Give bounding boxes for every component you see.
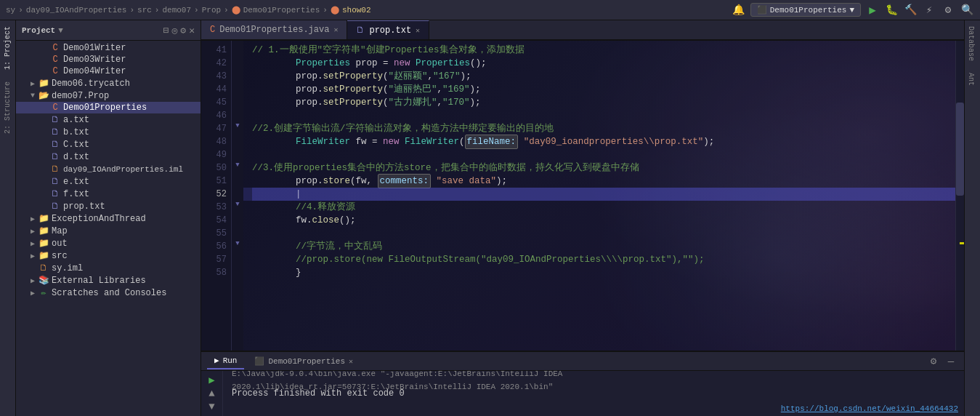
- file-icon: 🗋: [49, 201, 61, 212]
- list-item[interactable]: ▶ 📚 External Libraries: [16, 274, 201, 287]
- search-icon[interactable]: 🔍: [960, 3, 974, 17]
- list-item[interactable]: ▶ ✏ Scratches and Consoles: [16, 287, 201, 299]
- breadcrumb: sy › day09_IOAndProperties › src › demo0…: [6, 5, 371, 15]
- list-item[interactable]: 🗋 b.txt: [16, 126, 201, 138]
- sidebar-item-structure[interactable]: 2: Structure: [1, 76, 14, 140]
- editor-scrollbar[interactable]: [955, 41, 964, 351]
- right-panels: Database Ant: [964, 20, 980, 416]
- list-item[interactable]: 🗋 prop.txt: [16, 200, 201, 212]
- file-icon: 🗋: [49, 127, 61, 137]
- list-item[interactable]: ▶ 📁 ExceptionAndThread: [16, 212, 201, 225]
- run-config-dropdown-icon: ▼: [849, 6, 854, 15]
- code-line-50: //3.使用properties集合中的方法store，把集合中的临时数据，持久…: [252, 161, 955, 175]
- gutter-mark: [232, 250, 243, 263]
- list-item[interactable]: C Demo03Writer: [16, 54, 201, 65]
- scratches-label: Scratches and Consoles: [52, 288, 166, 298]
- code-line-47: //2.创建字节输出流/字符输出流对象，构造方法中绑定要输出的目的地: [252, 122, 955, 135]
- tab-demo01-label: Demo01Properties.java: [219, 25, 329, 35]
- list-item[interactable]: ▶ 📁 src: [16, 249, 201, 262]
- list-item[interactable]: C Demo01Writer: [16, 42, 201, 54]
- ant-panel-tab[interactable]: Ant: [965, 67, 980, 92]
- editor-area: C Demo01Properties.java ✕ 🗋 prop.txt ✕ 4…: [201, 20, 964, 351]
- scroll-up-button[interactable]: ▲: [205, 388, 219, 399]
- scratch-icon: ✏: [38, 287, 49, 298]
- code-line-58: }: [252, 266, 955, 279]
- console-result-text: Process finished with exit code 0: [232, 387, 405, 400]
- tab-demo01[interactable]: C Demo01Properties.java ✕: [201, 20, 347, 39]
- folder-icon: 📁: [38, 238, 49, 249]
- tab-prop-close[interactable]: ✕: [416, 26, 420, 35]
- list-item[interactable]: C Demo01Properties: [16, 102, 201, 113]
- list-item[interactable]: 🗋 day09_IOAndProperties.iml: [16, 163, 201, 175]
- code-line-48: FileWriter fw = new FileWriter ( fileNam…: [252, 135, 955, 148]
- left-vtabs: 1: Project 2: Structure: [0, 20, 16, 416]
- file-icon: 🗋: [49, 114, 61, 125]
- build-button[interactable]: 🔨: [903, 3, 918, 17]
- run-button[interactable]: ▶: [865, 3, 880, 17]
- blog-link[interactable]: https://blog.csdn.net/weixin_44664432: [781, 404, 958, 413]
- code-line-56: //字节流，中文乱码: [252, 240, 955, 253]
- tab-prop[interactable]: 🗋 prop.txt ✕: [347, 20, 429, 39]
- run-tab[interactable]: ▶ Run: [207, 353, 244, 369]
- database-panel-tab[interactable]: Database: [965, 20, 980, 67]
- code-line-45: prop. setProperty ( "古力娜扎" , "170" );: [252, 96, 955, 109]
- locate-file-button[interactable]: ◎: [172, 25, 178, 36]
- scroll-thumb: [956, 103, 964, 196]
- code-line-51: prop. store (fw, comments: "save data" )…: [252, 175, 955, 188]
- cog-icon: ▼: [58, 26, 63, 35]
- sidebar-item-project[interactable]: 1: Project: [1, 20, 14, 76]
- code-line-46: [252, 109, 955, 122]
- list-item[interactable]: 🗋 C.txt: [16, 138, 201, 151]
- fold-marker[interactable]: ▼: [232, 119, 243, 132]
- file-icon: 🗋: [38, 263, 49, 273]
- list-item[interactable]: 🗋 e.txt: [16, 175, 201, 188]
- list-item[interactable]: ▶ 📁 Map: [16, 225, 201, 237]
- fold-marker[interactable]: ▼: [232, 159, 243, 172]
- gutter-mark: [232, 172, 243, 185]
- run-tab-label: Run: [223, 356, 238, 365]
- bottom-panel: ▶ Run ⬛ Demo01Properties ✕ ⚙ — ▶ ▲ ▼ ■: [201, 351, 964, 416]
- tab-demo01-close[interactable]: ✕: [333, 25, 338, 34]
- fold-marker[interactable]: ▼: [232, 198, 243, 211]
- settings-bottom-icon[interactable]: ⚙: [926, 354, 941, 369]
- list-item[interactable]: 🗋 sy.iml: [16, 262, 201, 274]
- gutter-mark: [232, 132, 243, 145]
- run-config-label: Demo01Properties: [770, 6, 847, 15]
- scroll-down-button[interactable]: ▼: [205, 401, 219, 412]
- gutter-mark: [232, 41, 243, 54]
- project-tree: C Demo01Writer C Demo03Writer C Demo04Wr…: [16, 41, 201, 416]
- folder-open-icon: 📂: [38, 90, 49, 101]
- fold-marker[interactable]: ▼: [232, 237, 243, 250]
- scroll-marker: [960, 242, 964, 244]
- collapse-all-button[interactable]: ⊟: [163, 25, 169, 36]
- gutter-mark: [232, 93, 243, 106]
- list-item[interactable]: ▼ 📂 demo07.Prop: [16, 89, 201, 102]
- file-icon: 🗋: [49, 139, 61, 150]
- gutter-mark: [232, 106, 243, 119]
- panel-header: Project ▼ ⊟ ◎ ⚙ ✕: [16, 20, 201, 41]
- profile-button[interactable]: ⚡: [922, 3, 936, 17]
- code-line-41: // 1.一般使用"空字符串"创建Properties集合对象，添加数据: [252, 44, 955, 57]
- list-item[interactable]: ▶ 📁 Demo06.trycatch: [16, 77, 201, 89]
- debug-button[interactable]: 🐛: [884, 3, 899, 17]
- run-config-tab[interactable]: ⬛ Demo01Properties ✕: [247, 353, 360, 369]
- rerun-button[interactable]: ▶: [205, 374, 219, 386]
- run-config-tab-label: Demo01Properties: [268, 357, 345, 366]
- code-editor[interactable]: // 1.一般使用"空字符串"创建Properties集合对象，添加数据 Pro…: [243, 41, 955, 351]
- list-item[interactable]: 🗋 d.txt: [16, 151, 201, 163]
- java-icon: C: [49, 55, 61, 65]
- minimize-bottom-icon[interactable]: —: [944, 354, 958, 369]
- list-item[interactable]: ▶ 📁 out: [16, 237, 201, 249]
- run-config-selector[interactable]: ⬛ Demo01Properties ▼: [750, 3, 861, 17]
- list-item[interactable]: 🗋 f.txt: [16, 188, 201, 200]
- run-config-close-icon[interactable]: ✕: [349, 357, 353, 366]
- panel-close-icon[interactable]: ✕: [189, 25, 195, 36]
- list-item[interactable]: C Demo04Writer: [16, 65, 201, 77]
- file-icon: 🗋: [49, 176, 61, 187]
- notification-icon[interactable]: 🔔: [732, 3, 746, 17]
- bottom-tab-bar: ▶ Run ⬛ Demo01Properties ✕ ⚙ —: [201, 352, 964, 371]
- settings-icon[interactable]: ⚙: [941, 3, 955, 17]
- panel-settings-icon[interactable]: ⚙: [180, 25, 186, 36]
- list-item[interactable]: 🗋 a.txt: [16, 113, 201, 126]
- editor-content: 41 42 43 44 45 46 47 48 49 50 51 52 53 5…: [201, 41, 964, 351]
